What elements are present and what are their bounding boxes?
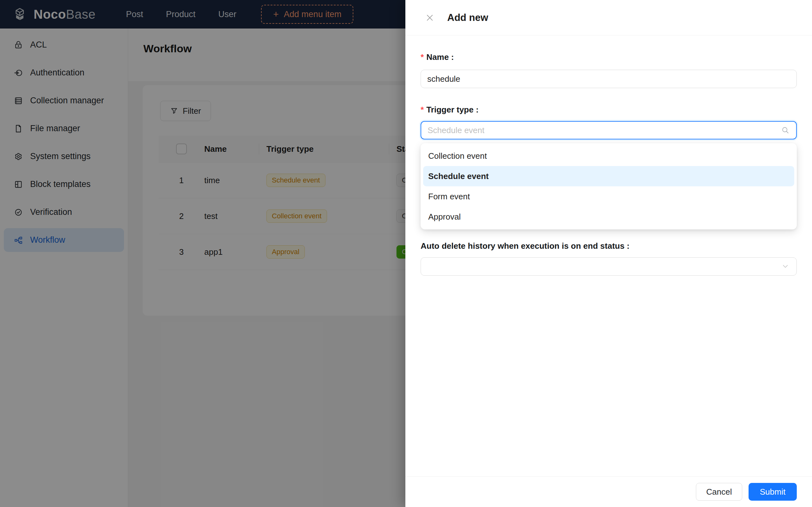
trigger-type-dropdown: Collection event Schedule event Form eve… bbox=[420, 143, 797, 229]
add-new-drawer: Add new *Name : *Trigger type : Schedule… bbox=[405, 0, 812, 507]
drawer-header: Add new bbox=[405, 0, 812, 36]
option-approval[interactable]: Approval bbox=[423, 207, 794, 227]
search-icon bbox=[781, 126, 790, 135]
close-icon[interactable] bbox=[425, 13, 435, 22]
auto-delete-select[interactable] bbox=[420, 257, 797, 276]
name-field-label: *Name : bbox=[420, 52, 797, 62]
name-input[interactable] bbox=[420, 70, 797, 88]
required-asterisk: * bbox=[420, 105, 424, 114]
trigger-type-select[interactable]: Schedule event bbox=[420, 121, 797, 139]
drawer-body: *Name : *Trigger type : Schedule event C… bbox=[420, 36, 797, 276]
drawer-mask[interactable] bbox=[0, 0, 405, 507]
drawer-footer: Cancel Submit bbox=[405, 476, 812, 507]
drawer-title: Add new bbox=[447, 12, 488, 23]
app-window: NocoBase Post Product User + Add menu it… bbox=[0, 0, 812, 507]
required-asterisk: * bbox=[420, 52, 424, 62]
chevron-down-icon bbox=[781, 262, 790, 271]
trigger-type-field-label: *Trigger type : bbox=[420, 105, 797, 115]
auto-delete-field-label: Auto delete history when execution is on… bbox=[420, 241, 797, 251]
trigger-type-select-value: Schedule event bbox=[427, 125, 484, 135]
option-form-event[interactable]: Form event bbox=[423, 186, 794, 207]
option-schedule-event[interactable]: Schedule event bbox=[423, 166, 794, 186]
submit-button[interactable]: Submit bbox=[749, 483, 797, 501]
cancel-button[interactable]: Cancel bbox=[696, 483, 742, 501]
option-collection-event[interactable]: Collection event bbox=[423, 146, 794, 166]
